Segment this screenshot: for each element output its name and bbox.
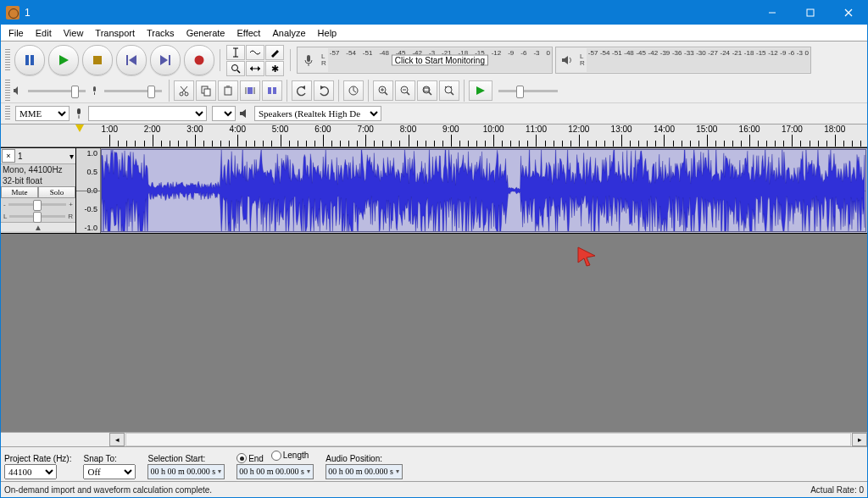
waveform-display[interactable] bbox=[101, 149, 866, 232]
svg-line-45 bbox=[353, 91, 356, 92]
zoom-out-button[interactable] bbox=[395, 80, 415, 101]
audio-track: × 1 ▾ Mono, 44100Hz 32-bit float Mute So… bbox=[1, 147, 867, 234]
svg-rect-39 bbox=[268, 87, 271, 94]
zoom-in-button[interactable] bbox=[373, 80, 393, 101]
selection-toolbar: Project Rate (Hz): 44100 Snap To: Off Se… bbox=[1, 446, 867, 481]
minimize-button[interactable] bbox=[753, 1, 791, 25]
menu-tracks[interactable]: Tracks bbox=[141, 27, 181, 39]
scroll-left-button[interactable]: ◂ bbox=[109, 433, 125, 446]
toolbar-grip-3[interactable] bbox=[5, 106, 10, 121]
menu-file[interactable]: File bbox=[3, 27, 30, 39]
selection-tool[interactable] bbox=[226, 45, 245, 60]
envelope-tool[interactable] bbox=[246, 45, 264, 60]
svg-point-28 bbox=[180, 92, 183, 96]
copy-button[interactable] bbox=[196, 80, 216, 101]
scrollbar-track[interactable] bbox=[125, 433, 851, 446]
play-at-speed-button[interactable] bbox=[469, 80, 492, 101]
menu-help[interactable]: Help bbox=[312, 27, 343, 39]
zoom-tool[interactable] bbox=[226, 61, 245, 76]
tracks-area: × 1 ▾ Mono, 44100Hz 32-bit float Mute So… bbox=[1, 147, 867, 432]
solo-button[interactable]: Solo bbox=[38, 186, 75, 198]
sync-lock-button[interactable] bbox=[343, 80, 364, 101]
svg-rect-1 bbox=[807, 9, 814, 16]
paste-button[interactable] bbox=[218, 80, 238, 101]
device-toolbar: MME Speakers (Realtek High De bbox=[1, 102, 867, 124]
playback-meter[interactable]: LR -57-54-51-48-45-42-39-36-33-30-27-24-… bbox=[555, 47, 811, 74]
audio-position-field[interactable]: 00 h 00 m 00.000 s▾ bbox=[326, 464, 403, 479]
meter-r2: R bbox=[580, 60, 585, 67]
skip-start-button[interactable] bbox=[116, 45, 147, 75]
maximize-button[interactable] bbox=[791, 1, 829, 25]
mic-small-icon bbox=[89, 85, 101, 97]
svg-rect-40 bbox=[273, 87, 276, 94]
length-radio[interactable]: Length bbox=[271, 451, 309, 461]
fit-selection-button[interactable] bbox=[417, 80, 437, 101]
redo-button[interactable] bbox=[314, 80, 334, 101]
menu-edit[interactable]: Edit bbox=[30, 27, 58, 39]
menu-generate[interactable]: Generate bbox=[181, 27, 231, 39]
pan-slider[interactable]: LR bbox=[1, 210, 75, 222]
record-button[interactable] bbox=[184, 45, 214, 75]
menu-bar: File Edit View Transport Tracks Generate… bbox=[1, 25, 867, 42]
toolbar-grip[interactable] bbox=[5, 49, 10, 71]
svg-marker-41 bbox=[302, 86, 305, 90]
timeshift-tool[interactable] bbox=[246, 61, 264, 76]
meter-hint[interactable]: Click to Start Monitoring bbox=[392, 55, 488, 66]
recording-channels-select[interactable] bbox=[212, 106, 236, 121]
menu-effect[interactable]: Effect bbox=[231, 27, 267, 39]
mute-button[interactable]: Mute bbox=[1, 186, 38, 198]
horizontal-scrollbar[interactable]: ◂ ▸ bbox=[1, 432, 867, 446]
svg-marker-60 bbox=[476, 86, 485, 95]
recording-meter[interactable]: LR -57-54-51-48-45-42-3-21-18-15-12-9-6-… bbox=[297, 47, 553, 74]
cut-button[interactable] bbox=[174, 80, 194, 101]
project-rate-select[interactable]: 44100 bbox=[4, 464, 57, 479]
mic-icon-2 bbox=[72, 107, 86, 120]
fit-project-button[interactable] bbox=[439, 80, 459, 101]
toolbar-grip-2[interactable] bbox=[5, 80, 10, 102]
title-bar: 1 bbox=[1, 1, 867, 25]
silence-button[interactable] bbox=[262, 80, 282, 101]
track-format: Mono, 44100Hz bbox=[1, 164, 75, 175]
gain-slider[interactable]: -+ bbox=[1, 198, 75, 210]
play-speed-slider[interactable] bbox=[498, 90, 558, 92]
track-close-button[interactable]: × bbox=[2, 149, 15, 163]
collapse-button[interactable]: ▲ bbox=[1, 222, 75, 231]
svg-marker-24 bbox=[562, 56, 568, 64]
undo-button[interactable] bbox=[292, 80, 312, 101]
svg-line-17 bbox=[237, 70, 240, 73]
draw-tool[interactable] bbox=[265, 45, 284, 60]
window-title: 1 bbox=[25, 7, 753, 19]
actual-rate: Actual Rate: 0 bbox=[810, 485, 864, 495]
svg-marker-20 bbox=[258, 66, 260, 71]
multi-tool[interactable]: ✱ bbox=[265, 61, 284, 76]
output-volume-slider[interactable] bbox=[13, 85, 89, 97]
menu-analyze[interactable]: Analyze bbox=[266, 27, 311, 39]
recording-device-select[interactable] bbox=[88, 106, 207, 121]
pause-button[interactable] bbox=[14, 45, 45, 75]
svg-line-57 bbox=[451, 92, 453, 95]
menu-view[interactable]: View bbox=[58, 27, 90, 39]
svg-rect-5 bbox=[31, 55, 34, 65]
track-menu-button[interactable]: ▾ bbox=[67, 152, 75, 161]
mic-icon bbox=[298, 53, 320, 67]
play-button[interactable] bbox=[48, 45, 79, 75]
playback-device-select[interactable]: Speakers (Realtek High De bbox=[254, 106, 381, 121]
input-volume-slider[interactable] bbox=[89, 85, 165, 97]
close-button[interactable] bbox=[829, 1, 867, 25]
svg-rect-26 bbox=[93, 86, 96, 91]
skip-end-button[interactable] bbox=[150, 45, 181, 75]
end-radio[interactable]: End bbox=[236, 453, 264, 463]
menu-transport[interactable]: Transport bbox=[89, 27, 141, 39]
snap-to-select[interactable]: Off bbox=[83, 464, 136, 479]
trim-button[interactable] bbox=[240, 80, 260, 101]
timeline-ruler[interactable]: 1:002:003:004:005:006:007:008:009:0010:0… bbox=[1, 125, 867, 147]
scroll-right-button[interactable]: ▸ bbox=[852, 433, 867, 446]
svg-point-12 bbox=[195, 56, 204, 65]
svg-rect-61 bbox=[77, 108, 81, 114]
selection-start-field[interactable]: 00 h 00 m 00.000 s▾ bbox=[147, 464, 225, 479]
track-name[interactable]: 1 bbox=[16, 152, 67, 161]
selection-end-field[interactable]: 00 h 00 m 00.000 s▾ bbox=[236, 464, 314, 479]
svg-marker-6 bbox=[59, 55, 69, 65]
stop-button[interactable] bbox=[82, 45, 113, 75]
audio-host-select[interactable]: MME bbox=[15, 106, 70, 121]
